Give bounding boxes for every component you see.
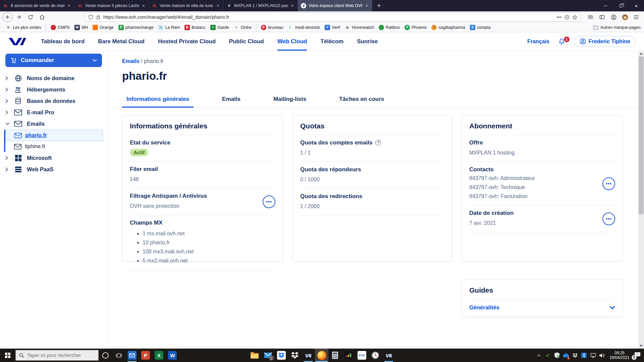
account-icon[interactable]	[608, 12, 619, 22]
ovh-nav-link[interactable]: Tableau de bord	[41, 32, 85, 51]
pocket-icon[interactable]	[565, 15, 570, 20]
tab-close-icon[interactable]: ×	[67, 3, 71, 8]
ovh-nav-link[interactable]: Bare Metal Cloud	[98, 32, 145, 51]
bookmark-item[interactable]: M MH	[72, 24, 90, 31]
scroll-up-arrow-icon[interactable]	[638, 51, 644, 56]
start-button[interactable]	[0, 349, 15, 362]
taskbar-deezer[interactable]	[342, 349, 355, 362]
window-restore-button[interactable]	[613, 0, 629, 11]
bookmark-star-icon[interactable]	[572, 15, 577, 20]
user-account-button[interactable]: Frederic Tiphine	[574, 36, 636, 47]
page-scrollbar[interactable]	[638, 51, 644, 349]
chevron-down-icon[interactable]	[609, 306, 615, 309]
ovh-nav-link[interactable]: Sunrise	[357, 32, 378, 51]
url-text[interactable]: https://www.ovh.com/manager/web/#/email_…	[103, 14, 554, 20]
taskbar-clock-app[interactable]	[369, 349, 382, 362]
lock-icon[interactable]	[96, 15, 101, 20]
bookmark-item[interactable]: CMPS	[48, 24, 72, 31]
bookmark-item[interactable]: + Garde	[208, 24, 231, 31]
tray-antivirus[interactable]: ✓	[543, 349, 552, 362]
browser-tab[interactable]: V MXPLAN 1 / MXPLAN10 passer ×	[223, 0, 298, 11]
back-button[interactable]	[3, 12, 13, 22]
taskbar-search[interactable]	[15, 350, 99, 361]
sidebar-item-microsoft[interactable]: Microsoft	[0, 152, 107, 164]
page-tab[interactable]: Mailing-lists	[269, 93, 311, 108]
help-icon[interactable]: ?	[375, 140, 381, 145]
forward-button[interactable]	[14, 12, 24, 22]
tray-clock[interactable]: 09:25 19/04/2021	[607, 351, 632, 360]
sidebar-toggle-icon[interactable]	[597, 12, 607, 22]
task-view-button[interactable]	[112, 349, 125, 362]
guide-link[interactable]: Généralités	[469, 304, 499, 311]
home-button[interactable]	[37, 12, 47, 22]
bookmark-item[interactable]: ≈ La Ram	[156, 24, 182, 31]
tab-close-icon[interactable]: ×	[290, 3, 294, 8]
taskbar-v6-app-2[interactable]: V6	[382, 349, 395, 362]
sidebar-subitem-tiphine[interactable]: tiphine.fr	[5, 141, 103, 152]
taskbar-dropbox-alt[interactable]	[288, 349, 302, 362]
browser-tab[interactable]: SL 6 annonces de vente de maison ×	[0, 0, 74, 11]
language-selector[interactable]: Français	[527, 39, 549, 45]
taskbar-word[interactable]: W	[166, 349, 179, 362]
window-minimize-button[interactable]	[598, 0, 613, 11]
tray-volume[interactable]	[598, 349, 607, 362]
taskbar-powerpoint[interactable]: P	[139, 349, 152, 362]
tray-onedrive[interactable]	[561, 349, 571, 362]
ovh-nav-link[interactable]: Télécom	[320, 32, 343, 51]
new-tab-button[interactable]: +	[372, 0, 386, 11]
ovh-logo[interactable]	[8, 32, 27, 51]
tracking-shield-icon[interactable]	[88, 14, 93, 20]
tray-dropbox[interactable]	[571, 349, 580, 362]
taskbar-firefox[interactable]	[315, 349, 328, 362]
bookmark-item[interactable]: + Ordre	[231, 24, 256, 31]
search-input[interactable]	[27, 353, 91, 358]
bookmark-item[interactable]: Ratibus	[376, 24, 402, 31]
tray-expand-button[interactable]	[534, 349, 543, 362]
notifications-button[interactable]: 1	[558, 38, 565, 45]
sidebar-item-web-paas[interactable]: Web PaaS	[0, 164, 107, 175]
sidebar-subitem-phario[interactable]: phario.fr	[5, 130, 103, 141]
cortana-button[interactable]	[99, 349, 112, 362]
library-icon[interactable]	[586, 12, 596, 22]
tray-network[interactable]	[589, 349, 598, 362]
creation-date-actions-button[interactable]: •••	[602, 213, 615, 225]
other-bookmarks-button[interactable]: Autres marque-pages	[593, 25, 641, 30]
bookmark-item[interactable]: ☾ medi-destock	[286, 24, 322, 31]
action-center-button[interactable]: 9	[634, 352, 641, 359]
url-bar[interactable]: https://www.ovh.com/manager/web/#/email_…	[85, 12, 581, 22]
taskbar-mail[interactable]: 2	[261, 349, 275, 362]
sidebar-item-emails[interactable]: Emails	[0, 118, 107, 129]
tray-bluetooth[interactable]	[580, 349, 589, 362]
bookmark-item[interactable]: P Phoenix	[402, 24, 429, 31]
taskbar-excel[interactable]: X	[152, 349, 166, 362]
browser-tab[interactable]: SL Vente maison et villa de luxe 6 p ×	[149, 0, 223, 11]
scrollbar-thumb[interactable]	[639, 57, 644, 214]
bookmark-item[interactable]: B Bodacc	[182, 24, 208, 31]
bookmark-item[interactable]: B bruneau	[259, 24, 286, 31]
scroll-down-arrow-icon[interactable]	[638, 343, 644, 349]
sidebar-item-domains[interactable]: Noms de domaine	[0, 72, 107, 84]
browser-tab[interactable]: SL Vente maison 5 pièces Lachapel ×	[74, 0, 149, 11]
page-actions-icon[interactable]: •••	[556, 15, 562, 19]
reload-button[interactable]	[25, 12, 36, 22]
taskbar-v6-app[interactable]: V6	[302, 349, 315, 362]
bookmark-item[interactable]: V Verif	[322, 24, 342, 31]
taskbar-fax[interactable]: FAX	[355, 349, 369, 362]
ovh-nav-link[interactable]: Hosted Private Cloud	[158, 32, 216, 51]
page-tab[interactable]: Tâches en cours	[335, 93, 388, 108]
bookmark-item[interactable]: Orange	[90, 24, 116, 31]
taskbar-calculator[interactable]	[328, 349, 342, 362]
bookmark-item[interactable]: ◉ Hoverwatch	[342, 24, 376, 31]
breadcrumb-emails-link[interactable]: Emails	[122, 58, 140, 64]
page-tab[interactable]: Emails	[218, 93, 245, 108]
bookmark-item[interactable]: ⚙ Les plus visités	[3, 24, 46, 31]
taskbar-mail-app[interactable]	[125, 349, 139, 362]
tray-defender[interactable]	[552, 349, 561, 362]
taskbar-dropbox[interactable]	[275, 349, 288, 362]
tab-close-icon[interactable]: ×	[216, 3, 220, 8]
sidebar-item-email-pro[interactable]: E-mail Pro	[0, 107, 107, 118]
taskbar-file-explorer[interactable]	[248, 349, 261, 362]
antispam-actions-button[interactable]: •••	[263, 195, 275, 208]
order-button[interactable]: Commander	[5, 54, 102, 67]
extension-monkey-icon[interactable]	[620, 12, 630, 22]
